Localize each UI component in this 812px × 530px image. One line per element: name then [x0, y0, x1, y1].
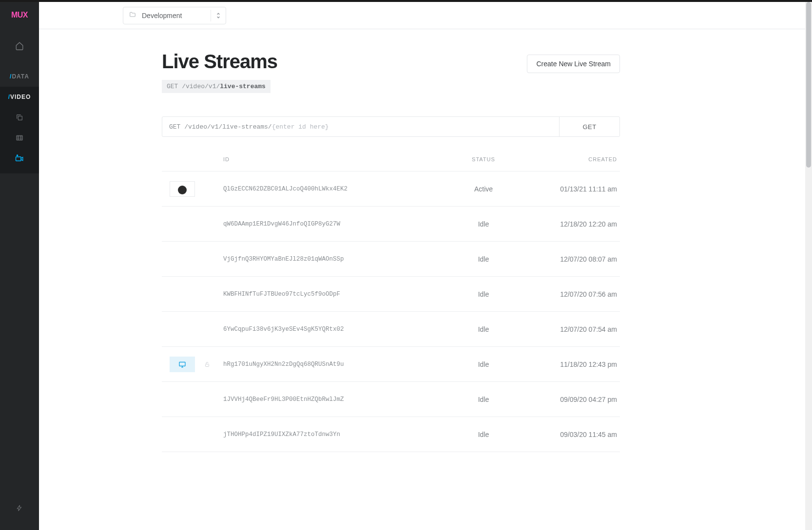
column-header-created: CREATED: [522, 156, 620, 162]
column-header-id: ID: [223, 156, 445, 162]
stream-created: 11/18/20 12:43 pm: [522, 360, 620, 368]
film-icon: [16, 134, 23, 142]
camera-icon: [15, 154, 24, 162]
nav-video[interactable]: [0, 128, 39, 148]
sidebar: MUX /DATA /VIDEO: [0, 0, 39, 530]
table-row[interactable]: 6YwCqpuFi38v6jK3yeSEv4SgK5YQRtx02Idle12/…: [162, 312, 620, 347]
monitor-icon: [178, 361, 186, 368]
stream-created: 01/13/21 11:11 am: [522, 185, 620, 193]
stream-created: 12/07/20 08:07 am: [522, 255, 620, 263]
scrollbar-thumb[interactable]: [806, 2, 811, 168]
nav-settings[interactable]: [0, 498, 39, 518]
stream-status: Idle: [445, 290, 522, 298]
stream-id: qW6DAAmp1ER1DvgW46JnfoQIGP8yG27W: [223, 221, 445, 227]
home-icon: [15, 41, 24, 50]
stream-id: QlGzECCN62DZBC01ALJcoQ400hLWkx4EK2: [223, 186, 445, 192]
svg-rect-4: [179, 362, 185, 366]
column-header-status: STATUS: [445, 156, 522, 162]
svg-rect-5: [206, 364, 209, 366]
stream-thumbnail: [170, 357, 195, 372]
stream-status: Idle: [445, 220, 522, 228]
stream-id: hRg1701uNgyXH2Nn2zDgQq68QRUSnAt9u: [223, 361, 445, 368]
svg-point-3: [17, 155, 18, 156]
table-row[interactable]: hRg1701uNgyXH2Nn2zDgQq68QRUSnAt9uIdle11/…: [162, 347, 620, 382]
lock-icon: [200, 361, 214, 368]
stream-status: Idle: [445, 396, 522, 403]
nav-live-streams[interactable]: [0, 148, 39, 169]
stream-id: 1JVVHj4QBeeFr9HL3P00EtnHZQbRwlJmZ: [223, 396, 445, 403]
stream-created: 12/18/20 12:20 am: [522, 220, 620, 228]
stream-created: 09/09/20 04:27 pm: [522, 396, 620, 403]
bolt-icon: [16, 504, 23, 512]
topbar: Development: [39, 2, 812, 29]
nav-assets[interactable]: [0, 107, 39, 128]
stream-created: 12/07/20 07:56 am: [522, 290, 620, 298]
stream-status: Idle: [445, 325, 522, 333]
environment-label: Development: [142, 12, 205, 19]
stream-status: Idle: [445, 431, 522, 438]
table-row[interactable]: VjGjfnQ3RHYOMYaBnEJl28z01qWAOnSSpIdle12/…: [162, 242, 620, 277]
stream-created: 12/07/20 07:54 am: [522, 325, 620, 333]
stream-status: Active: [445, 185, 522, 193]
svg-rect-2: [16, 157, 21, 161]
stream-id: KWBFHINfTuFJTBUeo97tcLyc5f9oODpF: [223, 291, 445, 298]
table-row[interactable]: KWBFHINfTuFJTBUeo97tcLyc5f9oODpFIdle12/0…: [162, 277, 620, 312]
filter-get-button[interactable]: GET: [559, 117, 619, 136]
live-streams-table: ID STATUS CREATED QlGzECCN62DZBC01ALJcoQ…: [162, 147, 620, 452]
logo[interactable]: MUX: [11, 11, 28, 19]
table-header: ID STATUS CREATED: [162, 147, 620, 171]
stream-status: Idle: [445, 360, 522, 368]
filter-bar: GET /video/v1/live-streams/{enter id her…: [162, 116, 620, 137]
nav-section-video[interactable]: /VIDEO: [0, 87, 39, 107]
environment-selector[interactable]: Development: [123, 7, 226, 24]
scrollbar-track[interactable]: [805, 2, 812, 530]
stream-status: Idle: [445, 255, 522, 263]
copy-icon: [16, 114, 23, 121]
table-row[interactable]: qW6DAAmp1ER1DvgW46JnfoQIGP8yG27WIdle12/1…: [162, 207, 620, 242]
filter-input[interactable]: GET /video/v1/live-streams/{enter id her…: [162, 117, 559, 136]
page-title: Live Streams: [162, 51, 277, 73]
table-row[interactable]: 1JVVHj4QBeeFr9HL3P00EtnHZQbRwlJmZIdle09/…: [162, 382, 620, 417]
stream-id: VjGjfnQ3RHYOMYaBnEJl28z01qWAOnSSp: [223, 256, 445, 263]
table-row[interactable]: jTHOHPp4dIPZ19UIXZkA77ztoTdnw3YnIdle09/0…: [162, 417, 620, 452]
table-row[interactable]: QlGzECCN62DZBC01ALJcoQ400hLWkx4EK2Active…: [162, 171, 620, 207]
nav-home[interactable]: [0, 34, 39, 57]
folder-icon: [129, 11, 136, 19]
create-live-stream-button[interactable]: Create New Live Stream: [527, 55, 620, 73]
chevron-updown-icon: [211, 10, 221, 21]
svg-rect-0: [18, 116, 22, 120]
api-path-badge: GET /video/v1/live-streams: [162, 80, 271, 93]
stream-id: jTHOHPp4dIPZ19UIXZkA77ztoTdnw3Yn: [223, 431, 445, 438]
stream-thumbnail: [170, 181, 195, 197]
stream-created: 09/03/20 11:45 am: [522, 431, 620, 438]
stream-id: 6YwCqpuFi38v6jK3yeSEv4SgK5YQRtx02: [223, 326, 445, 333]
nav-section-data[interactable]: /DATA: [0, 66, 39, 87]
svg-rect-1: [17, 135, 22, 140]
